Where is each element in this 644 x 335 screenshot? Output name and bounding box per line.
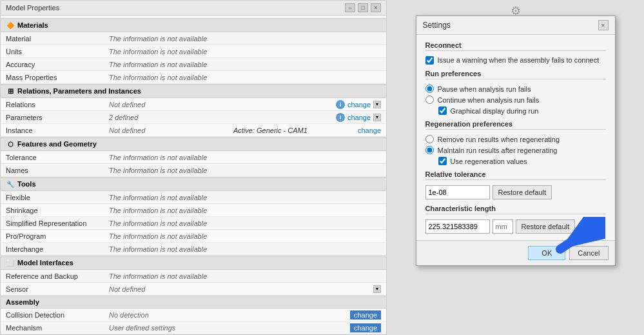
reconnect-group: Reconnect Issue a warning when the assem… [425,41,606,65]
model-interfaces-icon: ⬜ [6,258,15,267]
maintain-results-label: Maintain run results after regenerating [438,147,558,154]
remove-results-row: Remove run results when regenerating [425,135,606,143]
sensor-label: Sensor [6,285,109,293]
shrinkage-label: Shrinkage [6,207,109,214]
relations-prop-label: Relations [6,101,109,108]
relations-dropdown[interactable]: ▾ [373,101,381,108]
mechanism-label: Mechanism [6,324,109,332]
materials-label: Materials [17,21,48,29]
flexible-label: Flexible [6,194,109,201]
mechanism-value: User defined settings [109,324,350,332]
svg-line-1 [560,223,599,249]
settings-overlay: ⚙ Settings × Reconnect Issue a warning w… [387,0,644,335]
graphical-display-label: Graphical display during run [451,107,539,115]
relations-change-link[interactable]: change [347,101,371,108]
mechanism-change-link[interactable]: change [350,323,381,332]
relations-info-icon[interactable]: i [336,100,345,109]
instance-change-link[interactable]: change [358,127,381,134]
names-row: Names The information is not available [1,164,386,177]
tools-icon: 🔧 [6,179,15,188]
interchange-label: Interchange [6,245,109,253]
sensor-value: Not defined [109,285,373,293]
parameters-value: 2 defined [109,114,336,121]
relative-tolerance-restore-button[interactable]: Restore default [493,185,552,199]
reconnect-checkbox-row: Issue a warning when the assembly fails … [425,56,606,65]
graphical-display-checkbox[interactable] [438,107,447,115]
settings-title: Settings [423,21,451,30]
interchange-row: Interchange The information is not avail… [1,243,386,256]
parameters-dropdown[interactable]: ▾ [373,114,381,121]
maintain-results-radio[interactable] [425,146,434,154]
tolerance-row: Tolerance The information is not availab… [1,151,386,164]
model-interfaces-section-header: ⬜ Model Interfaces [1,256,386,270]
relative-tolerance-group: Relative tolerance Restore default [425,170,606,199]
reconnect-checkbox[interactable] [425,56,434,65]
maximize-button[interactable]: □ [358,3,368,12]
settings-top-icon: ⚙ [511,4,521,18]
accuracy-value: The information is not available [109,61,381,68]
instance-label: Instance [6,127,109,134]
continue-radio[interactable] [425,96,434,104]
relations-value: Not defined [109,101,336,108]
proprogram-row: Pro/Program The information is not avail… [1,230,386,243]
parameters-change-link[interactable]: change [347,114,371,121]
use-regen-values-row: Use regeneration values [425,157,606,165]
accuracy-row: Accuracy The information is not availabl… [1,58,386,71]
material-label: Material [6,35,109,43]
collision-detection-value: No detection [109,311,350,319]
parameters-label: Parameters [6,114,109,121]
remove-results-radio[interactable] [425,135,434,143]
interchange-value: The information is not available [109,245,381,253]
sensor-actions: ▾ [373,285,381,293]
assembly-section-header: Assembly [1,296,386,309]
model-properties-titlebar: Model Properties – □ × [1,1,386,15]
pause-option-row: Pause when analysis run fails [425,85,606,93]
tolerance-value: The information is not available [109,154,381,161]
tolerance-label: Tolerance [6,154,109,161]
simplified-rep-value: The information is not available [109,219,381,227]
features-icon: ⬡ [6,139,15,148]
units-label: Units [6,48,109,56]
use-regen-checkbox[interactable] [438,157,447,165]
use-regen-label: Use regeneration values [451,157,527,165]
collision-detection-actions: change [350,310,381,320]
characteristic-length-unit[interactable] [493,219,513,234]
regeneration-preferences-group: Regeneration preferences Remove run resu… [425,120,606,165]
relative-tolerance-input[interactable] [425,185,490,199]
arrow-decoration [554,217,605,258]
relative-tolerance-field-row: Restore default [425,185,606,199]
model-properties-content: 🔶 Materials Material The information is … [1,15,386,334]
parameters-actions: i change ▾ [336,113,381,122]
flexible-value: The information is not available [109,194,381,201]
proprogram-value: The information is not available [109,232,381,240]
assembly-label: Assembly [6,298,39,306]
simplified-rep-label: Simplified Representation [6,219,109,227]
characteristic-length-section-label: Characteristic length [425,205,606,214]
parameters-info-icon[interactable]: i [336,113,345,122]
maintain-results-row: Maintain run results after regenerating [425,146,606,154]
run-preferences-section-label: Run preferences [425,70,606,79]
settings-titlebar: Settings × [416,16,615,35]
mechanism-actions: change [350,323,381,332]
features-label: Features and Geometry [17,140,97,148]
relations-row: Relations Not defined i change ▾ [1,98,386,111]
sensor-dropdown[interactable]: ▾ [373,285,381,293]
relative-tolerance-section-label: Relative tolerance [425,170,606,180]
simplified-rep-row: Simplified Representation The informatio… [1,217,386,230]
mass-properties-row: Mass Properties The information is not a… [1,71,386,84]
continue-label: Continue when analysis run fails [438,96,540,104]
material-value: The information is not available [109,35,381,43]
relations-section-header: ⊞ Relations, Parameters and Instances [1,84,386,98]
minimize-button[interactable]: – [345,3,355,12]
collision-detection-change-link[interactable]: change [350,310,381,320]
features-section-header: ⬡ Features and Geometry [1,137,386,151]
characteristic-length-input[interactable] [425,219,490,234]
remove-results-label: Remove run results when regenerating [438,136,560,143]
model-interfaces-label: Model Interfaces [17,259,73,267]
reference-backup-label: Reference and Backup [6,272,109,280]
pause-radio[interactable] [425,85,434,93]
close-button[interactable]: × [371,3,381,12]
model-properties-title: Model Properties [6,4,59,12]
settings-close-button[interactable]: × [598,20,609,30]
units-row: Units The information is not available [1,45,386,58]
